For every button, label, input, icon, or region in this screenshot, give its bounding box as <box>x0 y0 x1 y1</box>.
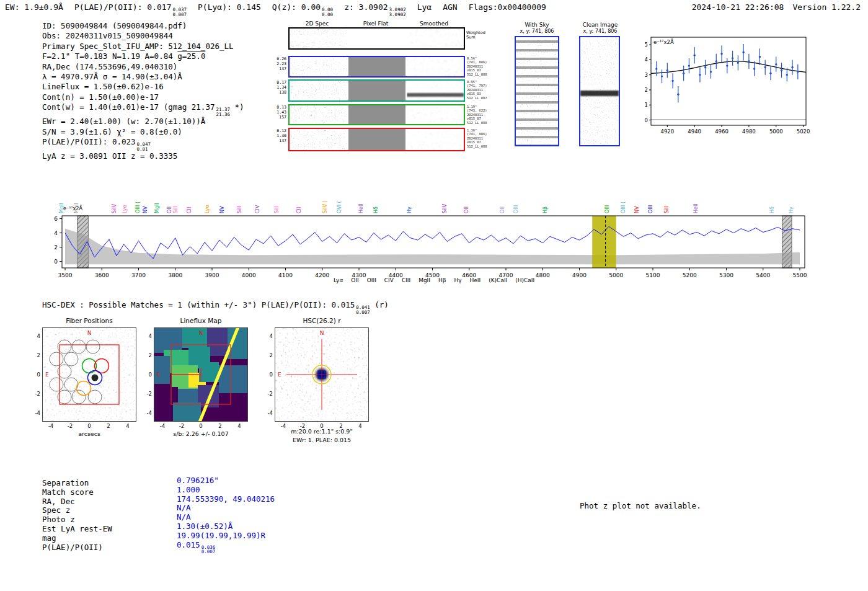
legend-item: CIII <box>402 277 410 283</box>
axis-tick-label: -2 <box>177 423 187 429</box>
emission-line-labels: MgIIMgIISiIVLyαOIII (NVMgIIOIISiIICIILyα… <box>0 160 868 213</box>
gmag-uncertainty: 21.3721.36 <box>216 107 230 117</box>
emission-line-label: OVI ( <box>337 201 342 213</box>
match-row-label: P(LAE)/P(OII) <box>42 543 112 553</box>
info-gmag-overline: g=25.0 <box>177 51 205 61</box>
ew-value: EW: 1.9±0.9Å <box>5 2 63 12</box>
info-tail: *) <box>230 102 244 112</box>
ann-line: 512_LL_088 <box>467 73 493 76</box>
report-datetime: 2024-10-21 22:26:08 <box>692 2 784 12</box>
svg-text:2: 2 <box>645 87 648 93</box>
hsc-plae-sub: 0.007 <box>356 310 370 315</box>
emission-line-label: OII <box>167 207 172 213</box>
hsc-caption-2: EWr: 1. PLAE: 0.015 <box>262 437 381 443</box>
row-annotation: 0.95" (741, 797) 20240311 v015_03 512_LL… <box>467 80 493 100</box>
axis-tick-label: 2 <box>215 423 225 429</box>
emission-streak <box>407 36 464 41</box>
axis-tick-label: -4 <box>157 423 167 429</box>
lineflux-map-title: Lineflux Map <box>154 317 248 324</box>
match-row-label: Est LyA rest-EW <box>42 525 112 534</box>
legend-item: Hγ <box>454 277 461 283</box>
plae-text: P(LAE)/P(OII): 0.017 <box>74 2 172 12</box>
info-line-primary-spec: Primary Spec_Slot_IFU_AMP: 512_104_026_L… <box>42 42 244 51</box>
match-table-labels: Separation Match score RA, Dec Spec z Ph… <box>42 479 112 552</box>
row-scale-values: 0.26 2.23 137 <box>273 57 286 71</box>
svg-text:3: 3 <box>645 72 648 78</box>
svg-text:6: 6 <box>54 216 58 222</box>
plae-sup: 0.037 <box>172 7 187 12</box>
emission-streak <box>290 36 347 41</box>
north-label: N <box>199 330 203 336</box>
axis-tick-label: -4 <box>27 410 40 416</box>
svg-text:5000: 5000 <box>769 128 783 135</box>
emission-line-label: SiII <box>665 206 670 213</box>
legend-label: (K)CaII <box>489 277 507 283</box>
info-text: EWr = 2.40(±1.00) (w: 2.70(±1.10))Å <box>42 117 205 126</box>
emission-line-label: Lyα <box>123 205 128 213</box>
legend-label: CIV <box>384 277 394 283</box>
north-label: N <box>320 330 324 336</box>
smoothed-image <box>407 81 464 100</box>
weighted-smoothed-image <box>407 29 464 48</box>
axis-tick-label: 2 <box>138 352 152 358</box>
emission-line-label: Hγ <box>407 207 412 213</box>
smoothed-image <box>407 129 464 150</box>
z-text: z: 3.0902 <box>344 2 388 12</box>
z-sup: 3.0902 <box>389 7 406 12</box>
svg-text:0: 0 <box>54 259 58 265</box>
axis-tick-label: 4 <box>27 333 40 339</box>
emission-line-label: HeII <box>359 203 364 213</box>
emission-line-label: SiII <box>237 206 242 213</box>
axis-tick-label: -2 <box>27 391 40 397</box>
dark-band <box>580 91 619 96</box>
row-scale-values: 0.12 1.40 137 <box>273 129 286 143</box>
legend-label: (H)CaII <box>515 277 534 283</box>
legend-item: OIII <box>367 277 376 283</box>
match-row-label: Match score <box>42 488 112 497</box>
info-line-lineflux: LineFlux = 1.50(±0.62)e-16 <box>42 82 244 92</box>
qz-text: Q(z): 0.00 <box>272 2 321 12</box>
lineflux-map-image <box>154 328 247 421</box>
svg-text:5020: 5020 <box>797 128 810 135</box>
plae-poii-value: P(LAE)/P(OII): 0.0170.0370.007 <box>74 2 187 12</box>
spec2d-weighted-row <box>288 27 465 50</box>
emission-line-label: HeII <box>694 203 699 213</box>
smoothed-image <box>407 57 464 76</box>
pixel-flat-image <box>348 57 405 76</box>
fiber-2d-spec-image <box>290 57 347 76</box>
hsc-plae-uncertainty: 0.0410.007 <box>356 305 370 314</box>
info-text: P(LAE)/P(OII): 0.023 <box>42 137 136 146</box>
emission-line-label: CII <box>297 207 302 213</box>
emission-line-label: NV <box>220 207 225 213</box>
qz-uncertainty: 0.000.00 <box>322 7 333 12</box>
match-row-value: N/A <box>177 513 275 522</box>
clean-image-title: Clean Image <box>577 22 624 28</box>
legend-item: CIV <box>384 277 394 283</box>
elixer-report-page: EW: 1.9±0.9ÅP(LAE)/P(OII): 0.0170.0370.0… <box>0 0 868 591</box>
legend-label: Hβ <box>438 277 446 283</box>
row-scale-values: 0.17 1.34 138 <box>273 81 286 95</box>
match-row-value: 0.796216" <box>177 476 275 486</box>
info-line-lambda: λ = 4970.97Å σ = 14.90(±3.04)Å <box>42 72 244 82</box>
match-row-label: RA, Dec <box>42 497 112 507</box>
axis-tick-label: 4 <box>234 423 244 429</box>
info-line-redshifts: LyA z = 3.0891 OII z = 0.3335 <box>42 151 244 161</box>
svg-text:1: 1 <box>645 102 648 108</box>
east-label: E <box>45 371 49 378</box>
legend-item: Hβ <box>438 277 446 283</box>
spectrum-legend: LyαOIIOIIICIVCIIIMgIIHβHγHeII(K)CaII(H)C… <box>0 277 868 283</box>
info-line-cont-w: Cont(w) = 1.40(±0.01)e-17 (gmag 21.3721.… <box>42 102 244 117</box>
hsc-dex-text: HSC-DEX : Possible Matches = 1 (within +… <box>42 300 355 309</box>
with-sky-title: With Sky <box>513 22 560 28</box>
emission-line-label: NV <box>635 207 640 213</box>
legend-item: HeII <box>470 277 481 283</box>
info-line-sn: S/N = 3.9(±1.6) χ² = 0.8(±0.0) <box>42 127 244 137</box>
match-row-value: 1.30(±0.52)Å <box>177 522 275 531</box>
lineflux-map: N E 420-2-4-4-2024 <box>154 327 248 422</box>
fiber-xlabel: arcsecs <box>42 430 136 437</box>
plya-value: P(Lyα): 0.145 <box>198 2 261 12</box>
emission-line-label: OII <box>500 207 505 213</box>
legend-label: HeII <box>470 277 481 283</box>
info-text: RA,Dec (174.553696,49.040310) <box>42 62 177 71</box>
info-line-radec: RA,Dec (174.553696,49.040310) <box>42 62 244 72</box>
